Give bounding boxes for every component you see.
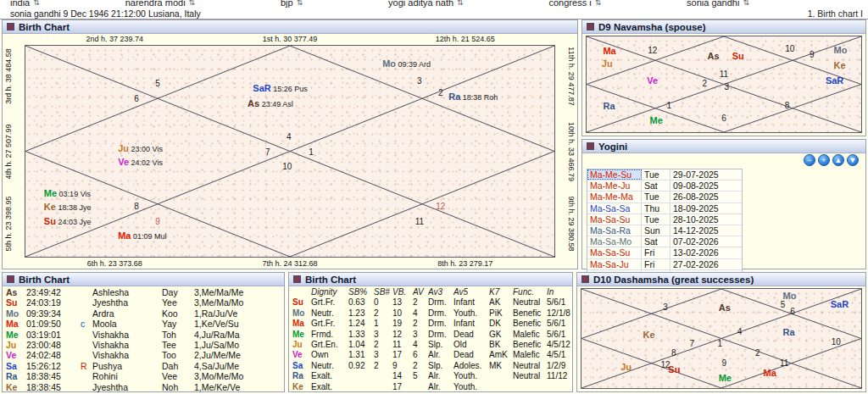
table-row[interactable]: As23:49:42AshleshaDay3,Me/Ma/Me (6, 287, 282, 297)
table-cell: 2 (374, 361, 392, 371)
table-row[interactable]: MeFrmd.1.333123Drm.DeadGKMalefic5/6/1 (292, 330, 570, 340)
table-cell: 1/2/9 (547, 361, 570, 371)
table-cell: 1 (374, 319, 392, 329)
table-row[interactable]: Ke18:38:45JyeshthaNoh1,Me/Ke/Ve (6, 382, 282, 392)
spinner-icon[interactable]: ⇅ (595, 0, 602, 8)
table-cell: Koo (162, 308, 194, 319)
panel-bullet-icon (7, 275, 14, 283)
table-row[interactable]: Mo09:39:34ArdraKoo1,Ra/Ju/Ve (6, 308, 282, 319)
table-row[interactable]: Ma-Sa-MoSat07-02-2026 (587, 236, 742, 247)
table-row[interactable]: Ma-Me-SuTue29-07-2025 (587, 169, 742, 180)
planet-degree: 15:26 Pus (271, 85, 308, 93)
table-cell: 10 (392, 308, 413, 319)
table-row[interactable]: JuGrt.En.1.042114Slp.OldBKBenefic4/5/12 (292, 340, 570, 350)
table-cell: 3 (413, 330, 428, 340)
dropdown-selector[interactable]: narendra modi⇅ (125, 0, 195, 8)
table-row[interactable]: Ma-Sa-SaThu18-09-2025 (587, 203, 742, 214)
spinner-icon[interactable]: ⇅ (743, 0, 749, 8)
spinner-icon[interactable]: ⇅ (33, 0, 40, 8)
table-row[interactable]: Sa15:26:12RPushyaDah4,Sa/Ju/Me (6, 361, 282, 371)
table-cell: Sat (642, 180, 670, 191)
panel-bullet-icon (581, 275, 589, 283)
table-row[interactable]: Me03:19:01VishakhaToh4,Ju/Ra/Ma (6, 330, 282, 340)
table-row[interactable]: Ve24:02:48VishakhaToo2,Ju/Me/Me (6, 350, 282, 360)
house-number: 8 (671, 347, 676, 357)
table-cell: 09:39:34 (26, 308, 81, 319)
table-cell: Ke (6, 382, 26, 392)
table-cell: PiK (489, 308, 513, 319)
table-row[interactable]: Ra18:38:45RohiniVee3,Mo/Me/Mo (6, 371, 282, 381)
table-cell: 29-07-2025 (670, 169, 742, 180)
table-row[interactable]: SuGrt.Fr.0.630132Drm.InfantAKNeutral5/6/… (292, 297, 570, 308)
table-row[interactable]: SaNeutr.0.92292Slp.Adoles.MKNeutral1/2/9 (292, 361, 570, 371)
table-row[interactable]: Ma-Sa-SuFri13-02-2026 (587, 247, 742, 258)
table-cell: 2 (374, 340, 392, 350)
expand-button[interactable]: + (818, 154, 830, 166)
table-row[interactable]: MaGrt.Fr.1.241192Drm.InfantDKBenefic5/6/… (292, 319, 570, 329)
planet-label: Ke 18:38 Jye (44, 202, 92, 212)
dropdown-selector[interactable]: bjp⇅ (281, 0, 303, 8)
table-cell: Ma-Sa-Su (587, 247, 642, 258)
table-cell: Drm. (428, 319, 453, 329)
dropdown-selector[interactable]: sonia gandhi⇅ (687, 0, 749, 8)
planet-abbr: Ju (620, 362, 632, 372)
planet-label: Su 24:03 Jye (44, 216, 92, 226)
d10-chart[interactable]: MoSaRAsKeRaJuSuMaMe356128921110714 (581, 288, 862, 389)
table-row[interactable]: RaExalt.145Alr.Youth.Neutral11/12 (292, 371, 570, 381)
planet-degree: 09:39 Ard (396, 60, 431, 69)
collapse-button[interactable]: − (804, 154, 815, 166)
table-cell: Vishakha (92, 330, 162, 340)
table-cell: Ve (292, 350, 311, 360)
scroll-up-button[interactable]: ▲ (832, 154, 844, 166)
dropdown-selector[interactable]: congress i⇅ (549, 0, 602, 8)
house-number: 1 (718, 339, 723, 348)
dropdown-selector[interactable]: india⇅ (10, 0, 40, 8)
d9-chart[interactable]: MaJuAsSuMoKeVeSaRRaMe121091123168 (586, 36, 862, 133)
table-row[interactable]: KeExalt.17Alr.Youth. (292, 382, 570, 392)
table-row[interactable]: Ma-Me-MaTue26-08-2025 (587, 191, 742, 203)
dropdown-selector[interactable]: yogi aditya nath⇅ (388, 0, 464, 8)
table-row[interactable]: Ma-Sa-SuTue28-10-2025 (587, 214, 742, 225)
table-cell: 2 (413, 297, 428, 308)
table-row[interactable]: Su24:03:19JyeshthaYee3,Me/Ma/Mo (6, 297, 282, 308)
rasi-chart[interactable]: Mo 09:39 ArdSaR 15:26 PusAs 23:49 AslRa … (25, 45, 555, 258)
table-cell: 24:03:19 (26, 297, 81, 308)
spinner-icon[interactable]: ⇅ (457, 0, 464, 8)
table-row[interactable]: Ma-Me-JuSat09-08-2025 (587, 180, 742, 191)
table-row[interactable]: Ma01:09:50cMoolaYay1,Ke/Ve/Su (6, 319, 282, 329)
planet-abbr: SaR (831, 299, 849, 309)
scroll-down-button[interactable]: ▼ (847, 154, 859, 166)
table-row[interactable]: Ju23:00:48VishakhaTee1,Ju/Sa/Mo (6, 340, 282, 350)
house-cusp-label-bottom: 7th h. 24 312.68 (262, 259, 317, 268)
table-cell: 1,Me/Ke/Ve (194, 382, 275, 392)
table-cell: Ma-Me-Ju (587, 180, 642, 191)
house-number: 1 (309, 147, 314, 156)
table-cell: Alr. (428, 350, 453, 360)
panel-title: Yogini (598, 142, 627, 152)
table-cell: 5/6/1 (547, 297, 570, 308)
table-row[interactable]: VeOwn1.313176Alr.DeadAmKMalefic4/5/1 (292, 350, 570, 360)
table-cell: 17 (392, 350, 413, 360)
table-row[interactable]: MoNeutr.1.232104Drm.Youth.PiKBenefic12/1… (292, 308, 570, 319)
table-cell: 5 (413, 371, 428, 381)
spinner-icon[interactable]: ⇅ (189, 0, 196, 8)
table-cell: Ra (292, 371, 311, 381)
spinner-icon[interactable]: ⇅ (297, 0, 303, 8)
planet-label: Me 03:19 Vis (44, 188, 91, 198)
table-cell: Mo (6, 308, 26, 319)
table-row[interactable]: Ma-Sa-JuFri27-02-2026 (587, 259, 742, 270)
house-number: 11 (720, 69, 728, 79)
table-cell: Benefic (513, 340, 547, 350)
table-cell: 4,Ju/Ra/Ma (194, 330, 275, 340)
planet-degree: 01:09 Mul (131, 232, 166, 241)
table-row[interactable]: Ma-Sa-RaSun14-12-2025 (587, 225, 742, 236)
house-cusp-label-right: 9th h. 29 380.58 (567, 197, 576, 252)
table-header-cell: In (547, 287, 570, 297)
panel-bullet-icon (7, 23, 14, 31)
chart-selector[interactable]: 1. Birth chart I (808, 9, 863, 19)
table-cell: Fri (642, 259, 670, 269)
house-number: 8 (134, 202, 139, 211)
table-cell: Neutral (513, 361, 547, 371)
table-cell: Benefic (513, 308, 547, 319)
table-cell: Youth. (453, 308, 489, 319)
